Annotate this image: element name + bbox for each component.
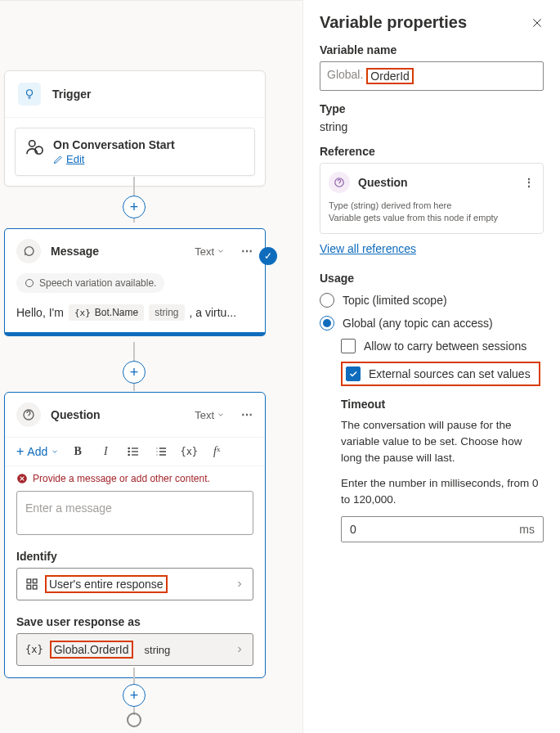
chevron-right-icon <box>235 579 244 589</box>
svg-point-0 <box>27 90 33 96</box>
checkbox-external-sources[interactable]: External sources can set values <box>341 362 540 386</box>
svg-point-1 <box>29 141 35 146</box>
text-mode-dropdown[interactable]: Text <box>195 409 225 421</box>
trigger-header: Trigger <box>5 71 265 118</box>
properties-panel: Variable properties Variable name Global… <box>302 0 560 733</box>
close-button[interactable] <box>531 16 544 29</box>
add-button[interactable]: + Add <box>16 444 59 459</box>
trigger-event-card[interactable]: On Conversation Start Edit <box>15 128 255 176</box>
radio-icon <box>320 316 334 331</box>
checkbox-carry-sessions[interactable]: Allow to carry between sessions <box>341 339 544 353</box>
type-token: string <box>149 304 184 321</box>
trigger-event-title: On Conversation Start <box>53 138 175 151</box>
checkbox-icon <box>341 339 356 353</box>
identify-value: User's entire response <box>45 575 168 593</box>
save-response-variable: Global.OrderId <box>50 641 133 659</box>
more-icon[interactable]: ⋯ <box>241 408 253 421</box>
speech-variation-pill[interactable]: Speech variation available. <box>16 273 164 293</box>
svg-rect-11 <box>27 585 31 589</box>
radio-topic-scope[interactable]: Topic (limited scope) <box>320 293 544 308</box>
panel-title: Variable properties <box>320 13 467 32</box>
identify-select[interactable]: User's entire response <box>16 568 253 600</box>
trigger-title: Trigger <box>52 88 91 101</box>
variable-name-label: Variable name <box>320 43 544 56</box>
svg-point-6 <box>128 451 129 452</box>
radio-icon <box>320 293 334 308</box>
italic-button[interactable]: I <box>96 445 114 458</box>
question-node[interactable]: Question Text ⋯ + Add B I {x} fx <box>4 392 266 678</box>
add-node-button[interactable]: + <box>123 196 146 218</box>
svg-rect-9 <box>27 579 31 583</box>
question-icon <box>16 402 41 427</box>
formula-button[interactable]: fx <box>208 445 226 458</box>
end-node-icon <box>127 713 141 727</box>
type-value: string <box>320 120 544 133</box>
message-icon <box>16 239 41 263</box>
edit-link[interactable]: Edit <box>53 153 175 165</box>
svg-point-7 <box>128 454 129 455</box>
timeout-description: The conversation will pause for the vari… <box>341 417 544 467</box>
message-input[interactable]: Enter a message <box>16 491 253 535</box>
person-icon <box>25 138 43 156</box>
chevron-right-icon <box>235 645 244 654</box>
bold-button[interactable]: B <box>69 445 87 458</box>
add-node-button[interactable]: + <box>123 361 146 384</box>
variable-name-input[interactable]: Global. OrderId <box>320 61 544 91</box>
question-toolbar: + Add B I {x} fx <box>5 437 265 466</box>
checkbox-icon <box>346 366 361 381</box>
save-response-label: Save user response as <box>5 600 265 633</box>
identify-label: Identify <box>5 535 265 568</box>
question-title: Question <box>51 408 101 421</box>
lightbulb-icon <box>18 83 41 106</box>
add-node-button[interactable]: + <box>123 684 146 707</box>
variable-icon: {x} <box>25 644 43 655</box>
usage-label: Usage <box>320 272 544 285</box>
more-icon[interactable]: ⋮ <box>523 176 535 189</box>
radio-global-scope[interactable]: Global (any topic can access) <box>320 316 544 331</box>
bullet-list-button[interactable] <box>124 445 142 458</box>
reference-label: Reference <box>320 145 544 158</box>
question-icon <box>329 172 350 193</box>
text-mode-dropdown[interactable]: Text <box>195 245 225 258</box>
svg-rect-12 <box>33 585 37 589</box>
variable-type: string <box>140 641 176 659</box>
reference-title: Question <box>358 176 408 189</box>
timeout-input[interactable]: 0 ms <box>341 516 544 542</box>
timeout-range: Enter the number in milliseconds, from 0… <box>341 475 544 509</box>
reference-note: Type (string) derived from here Variable… <box>329 200 535 225</box>
variable-token[interactable]: {x} Bot.Name <box>69 304 144 321</box>
save-response-select[interactable]: {x} Global.OrderId string <box>16 633 253 666</box>
type-label: Type <box>320 102 544 115</box>
error-message: Provide a message or add other content. <box>5 466 265 491</box>
message-body[interactable]: Hello, I'm {x} Bot.Name string , a virtu… <box>5 301 265 332</box>
message-title: Message <box>51 245 99 258</box>
trigger-node[interactable]: Trigger On Conversation Start Edit <box>4 70 266 187</box>
view-all-references-link[interactable]: View all references <box>320 242 416 255</box>
message-node[interactable]: ✓ Message Text ⋯ Speech variation availa… <box>4 228 266 336</box>
numbered-list-button[interactable] <box>152 445 170 458</box>
grid-icon <box>25 578 38 591</box>
timeout-label: Timeout <box>341 398 544 411</box>
svg-point-5 <box>128 447 129 448</box>
more-icon[interactable]: ⋯ <box>241 245 253 258</box>
reference-card[interactable]: Question ⋮ Type (string) derived from he… <box>320 163 544 234</box>
check-badge-icon: ✓ <box>259 247 277 265</box>
variable-button[interactable]: {x} <box>180 446 198 457</box>
svg-rect-10 <box>33 579 37 583</box>
